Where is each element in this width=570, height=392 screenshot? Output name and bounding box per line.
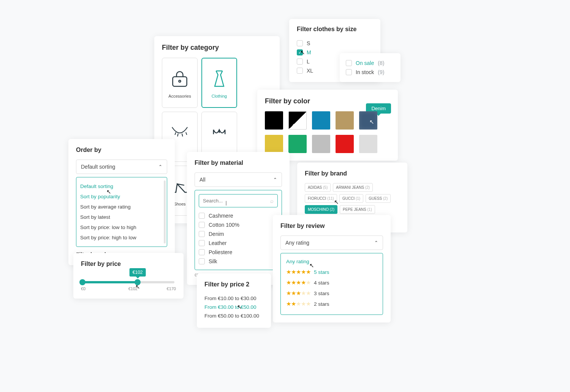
checkbox-icon [199,222,205,228]
size-option-s[interactable]: S [297,39,373,48]
price-slider[interactable]: €102 [82,281,174,283]
panel-title: Filter by price [81,261,176,267]
brand-chip[interactable]: GUESS (2) [366,194,391,203]
material-dropdown-body: I ⌕ Cashmere Cotton 100% Denim Leather P… [195,190,282,270]
price-range[interactable]: From €50.00 to €100.00 [204,311,263,320]
swatch-two-tone[interactable] [288,111,307,130]
brand-chip[interactable]: ARMANI JEANS (2) [333,183,373,192]
material-search[interactable]: I ⌕ [199,194,278,207]
material-option[interactable]: Cotton 100% [199,220,278,229]
order-option[interactable]: Sort by price: high to low [76,232,164,243]
handbag-icon [169,67,190,90]
category-label: Clothing [212,94,227,98]
chevron-up-icon: ⌃ [273,177,277,182]
order-dropdown-toggle[interactable]: Default sorting ⌃ [76,160,167,174]
swatch-lightgrey[interactable] [359,135,377,153]
rating-5[interactable]: ★★★★★5 stars [286,267,377,277]
slider-handle-max[interactable] [135,279,141,285]
slider-handle-min[interactable] [79,279,86,285]
order-option[interactable]: Sort by popularity [76,191,164,202]
checkbox-icon [199,231,205,237]
order-dropdown-list: Default sorting Sort by popularity Sort … [76,177,167,247]
stars-icon: ★★★★★ [286,269,311,275]
swatch-tan[interactable] [336,111,354,130]
filter-stock-panel: On sale(8) In stock(9) [340,53,401,82]
checkbox-icon [199,258,205,264]
price-range[interactable]: From €30.00 to €50.00 [204,303,263,311]
category-clothing[interactable]: Clothing [201,58,237,108]
filter-color-panel: Filter by color Denim [257,90,398,161]
category-label: Accessories [168,94,191,98]
panel-title: Filter by review [280,223,383,229]
brand-chip[interactable]: FIORUCCI (11) [305,194,337,203]
checkbox-icon [297,68,303,74]
checkbox-icon [297,58,303,65]
brand-chip[interactable]: MOSCHINO (2) [305,205,337,214]
lingerie-icon [209,123,230,146]
panel-title: Order by [76,147,167,153]
swatch-red[interactable] [336,135,354,153]
material-option[interactable]: Cashmere [199,211,278,220]
order-option[interactable]: Sort by price: low to high [76,222,164,232]
brand-chip[interactable]: ADIDAS (5) [305,183,331,192]
search-icon: ⌕ [270,198,274,204]
stars-icon: ★★★★★ [286,279,311,286]
text-cursor-icon: I [225,200,227,207]
filter-price-panel: Filter by price €102 €0 €102 €170 [73,253,184,299]
swatch-black[interactable] [265,111,283,130]
stock-on-sale[interactable]: On sale(8) [346,58,394,68]
order-by-panel: Order by Default sorting ⌃ Default sorti… [68,139,175,265]
swatch-blue[interactable] [312,111,330,130]
material-option[interactable]: Leather [199,239,278,248]
chevron-up-icon: ⌃ [374,240,378,245]
order-option[interactable]: Sort by average rating [76,202,164,212]
checkbox-icon [199,240,205,246]
category-label: Shoes [174,202,185,206]
rating-any[interactable]: Any rating [286,259,377,267]
checkbox-icon [346,60,352,66]
panel-title: Filter by material [195,160,282,166]
chevron-up-icon: ⌃ [158,164,162,169]
review-list: Any rating ★★★★★5 stars ★★★★★4 stars ★★★… [280,253,383,315]
checkbox-icon [199,213,205,219]
stars-icon: ★★★★★ [286,300,311,307]
filter-review-panel: Filter by review Any rating ⌃ Any rating… [273,215,391,322]
filter-price2-panel: Filter by price 2 From €10.00 to €30.00 … [197,273,271,328]
panel-title: Filter by price 2 [204,281,263,288]
svg-rect-0 [173,77,187,86]
material-option[interactable]: Denim [199,229,278,239]
checkbox-icon [346,69,352,75]
scrollbar[interactable] [164,180,166,243]
dress-icon [209,67,230,90]
swatch-denim[interactable] [359,111,377,130]
checkbox-icon [199,249,205,255]
rating-4[interactable]: ★★★★★4 stars [286,277,377,288]
search-input[interactable] [203,198,270,204]
panel-title: Filter by category [162,44,272,52]
order-option[interactable]: Sort by latest [76,212,164,222]
rating-2[interactable]: ★★★★★2 stars [286,299,377,309]
checkbox-checked-icon: ✓ [297,49,303,55]
material-option[interactable]: Poliestere [199,248,278,257]
stars-icon: ★★★★★ [286,290,311,297]
slider-fill [82,281,138,283]
brand-chip[interactable]: PEPE JEANS (1) [340,205,375,214]
material-dropdown-toggle[interactable]: All ⌃ [195,172,282,187]
rating-3[interactable]: ★★★★★3 stars [286,288,377,299]
order-option[interactable]: Default sorting [76,181,164,191]
brand-chip[interactable]: GUCCI (1) [339,194,363,203]
material-option[interactable]: Silk [199,257,278,266]
swatch-grey[interactable] [312,135,330,153]
price-badge: €102 [130,268,146,277]
panel-title: Filter clothes by size [297,26,373,33]
price-range[interactable]: From €10.00 to €30.00 [204,294,263,303]
swatch-green[interactable] [288,135,307,153]
swatch-yellow[interactable] [265,135,283,153]
panel-title: Filter by brand [305,170,400,177]
svg-point-1 [179,80,180,82]
review-dropdown-toggle[interactable]: Any rating ⌃ [280,236,383,250]
slider-labels: €0 €102 €170 [81,286,176,291]
stock-in-stock[interactable]: In stock(9) [346,68,394,77]
category-accessories[interactable]: Accessories [162,58,198,108]
checkbox-icon [297,40,303,46]
